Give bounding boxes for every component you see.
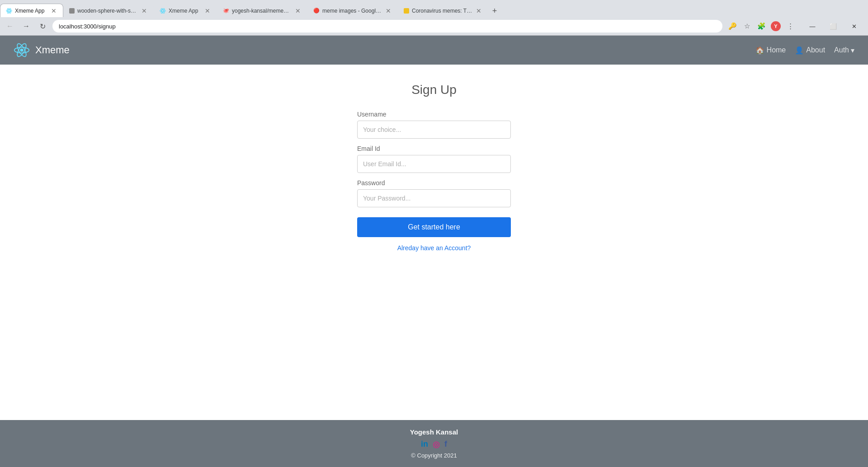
- tab-title-1: Xmeme App: [15, 8, 47, 14]
- auth-label: Auth: [834, 46, 849, 54]
- brand-link[interactable]: Xmeme: [14, 42, 70, 58]
- star-icon[interactable]: ☆: [741, 20, 753, 33]
- nav-home-label: Home: [767, 46, 786, 54]
- tab-title-2: wooden-sphere-with-symb...: [77, 8, 138, 14]
- key-icon: 🔑: [726, 20, 739, 33]
- extensions-icon[interactable]: 🧩: [755, 20, 768, 33]
- user-icon: 👤: [795, 46, 804, 55]
- tab-close-5[interactable]: ✕: [385, 7, 392, 14]
- navbar-nav: 🏠 Home 👤 About Auth ▾: [755, 46, 854, 55]
- react-logo-icon: [14, 42, 30, 58]
- app: Xmeme 🏠 Home 👤 About Auth ▾ Sign Up User…: [0, 36, 868, 467]
- navbar: Xmeme 🏠 Home 👤 About Auth ▾: [0, 36, 868, 65]
- tab-title-3: Xmeme App: [169, 8, 201, 14]
- nav-about[interactable]: 👤 About: [795, 46, 825, 55]
- tab-bar: Xmeme App ✕ wooden-sphere-with-symb... ✕: [0, 0, 868, 17]
- address-bar: ← → ↻ 🔑 ☆ 🧩 Y ⋮ — ⬜ ✕: [0, 17, 868, 35]
- nav-about-label: About: [806, 46, 825, 54]
- tab-close-4[interactable]: ✕: [294, 7, 302, 14]
- browser-actions: 🔑 ☆ 🧩 Y ⋮ — ⬜ ✕: [726, 18, 864, 35]
- tab-close-3[interactable]: ✕: [204, 7, 211, 14]
- tab-4[interactable]: 🐙 yogesh-kansal/memeKeep... ✕: [217, 4, 307, 17]
- tab-close-6[interactable]: ✕: [475, 7, 482, 14]
- maximize-button[interactable]: ⬜: [823, 18, 844, 35]
- tab-favicon-1: [6, 8, 12, 14]
- email-label: Email Id: [357, 145, 511, 152]
- forward-button[interactable]: →: [20, 20, 33, 33]
- tab-2[interactable]: wooden-sphere-with-symb... ✕: [63, 4, 154, 17]
- footer-copyright: © Copyright 2021: [9, 452, 859, 459]
- main-content: Sign Up Username Email Id Password Get s…: [0, 65, 868, 420]
- facebook-link[interactable]: f: [444, 439, 447, 449]
- footer: Yogesh Kansal in ◎ f © Copyright 2021: [0, 420, 868, 467]
- submit-button[interactable]: Get started here: [357, 217, 511, 237]
- tab-5[interactable]: 🔴 meme images - Google Se... ✕: [307, 4, 398, 17]
- profile-icon[interactable]: Y: [769, 20, 782, 33]
- tab-6[interactable]: Coronavirus memes: These... ✕: [398, 4, 488, 17]
- refresh-button[interactable]: ↻: [36, 20, 49, 33]
- nav-home[interactable]: 🏠 Home: [755, 46, 786, 55]
- tab-favicon-6: [404, 8, 409, 14]
- username-label: Username: [357, 111, 511, 118]
- tab-3[interactable]: Xmeme App ✕: [154, 4, 217, 17]
- tab-close-2[interactable]: ✕: [141, 7, 148, 14]
- svg-point-8: [20, 48, 23, 51]
- menu-button[interactable]: ⋮: [784, 20, 797, 33]
- tab-favicon-4: 🐙: [223, 8, 229, 14]
- email-input[interactable]: [357, 155, 511, 173]
- auth-dropdown[interactable]: Auth ▾: [834, 46, 854, 55]
- minimize-button[interactable]: —: [802, 18, 823, 35]
- tab-title-4: yogesh-kansal/memeKeep...: [232, 8, 292, 14]
- back-button[interactable]: ←: [4, 20, 16, 33]
- instagram-link[interactable]: ◎: [433, 439, 440, 449]
- username-input[interactable]: [357, 121, 511, 139]
- password-input[interactable]: [357, 189, 511, 207]
- close-button[interactable]: ✕: [844, 18, 864, 35]
- tab-favicon-3: [160, 8, 166, 14]
- signup-title: Sign Up: [411, 83, 457, 97]
- password-label: Password: [357, 179, 511, 187]
- footer-social: in ◎ f: [9, 439, 859, 449]
- new-tab-button[interactable]: +: [488, 5, 501, 17]
- already-account-link[interactable]: Alreday have an Account?: [357, 244, 511, 252]
- tab-favicon-2: [69, 8, 75, 14]
- url-input[interactable]: [52, 20, 722, 33]
- linkedin-link[interactable]: in: [421, 439, 428, 449]
- signup-form: Username Email Id Password Get started h…: [357, 111, 511, 252]
- tab-1[interactable]: Xmeme App ✕: [0, 4, 63, 17]
- brand-name: Xmeme: [35, 44, 70, 56]
- home-icon: 🏠: [755, 46, 764, 55]
- browser-chrome: Xmeme App ✕ wooden-sphere-with-symb... ✕: [0, 0, 868, 36]
- footer-author: Yogesh Kansal: [9, 428, 859, 436]
- tab-title-6: Coronavirus memes: These...: [412, 8, 472, 14]
- tab-title-5: meme images - Google Se...: [322, 8, 382, 14]
- chevron-down-icon: ▾: [851, 46, 854, 55]
- tab-close-1[interactable]: ✕: [50, 7, 57, 14]
- tab-favicon-5: 🔴: [313, 8, 320, 14]
